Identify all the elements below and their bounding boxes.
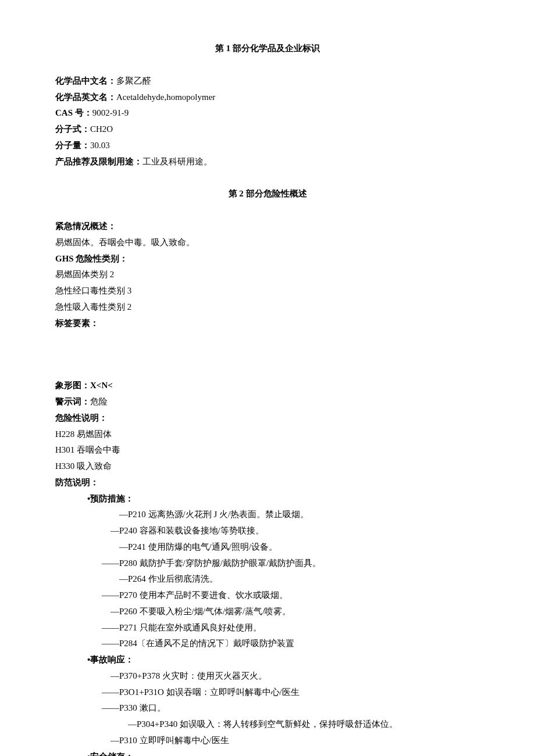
- prevention-text: P240 容器和装载设备接地/等势联接。: [119, 526, 264, 535]
- response-title: •事故响应：: [55, 652, 480, 668]
- dash-icon: —: [110, 526, 119, 535]
- prevention-item: —P240 容器和装载设备接地/等势联接。: [55, 523, 480, 539]
- section-2-title: 第 2 部分危险性概述: [55, 186, 480, 202]
- hazard-item-2: H330 吸入致命: [55, 458, 480, 475]
- response-item: —P370+P378 火灾时：使用灭火器灭火。: [55, 668, 480, 685]
- response-item: —P310 立即呼叫解毒中心/医生: [55, 733, 480, 749]
- value-cas: 9002-91-9: [92, 108, 129, 117]
- prevention-item: ——P280 戴防护手套/穿防护服/戴防护眼罩/戴防护面具。: [55, 556, 480, 572]
- dash-icon: —: [110, 607, 119, 616]
- value-use: 工业及科研用途。: [142, 157, 212, 166]
- response-item: ——P3O1+P31O 如误吞咽：立即呼叫解毒中心/医生: [55, 685, 480, 701]
- signal-label: 警示词：: [55, 397, 90, 406]
- ghs-label: GHS 危险性类别：: [55, 251, 480, 267]
- section-1-title: 第 1 部分化学品及企业标识: [55, 41, 480, 57]
- dash-icon: ——: [102, 687, 119, 697]
- dash-icon: —: [119, 542, 128, 551]
- dash-icon: ——: [102, 623, 119, 632]
- field-use: 产品推荐及限制用途：工业及科研用途。: [55, 154, 480, 170]
- field-formula: 分子式：CH2O: [55, 121, 480, 138]
- hazard-item-1: H301 吞咽会中毒: [55, 442, 480, 458]
- field-name-en: 化学品英文名：Acetaldehyde,homopolymer: [55, 89, 480, 106]
- response-text: P310 立即呼叫解毒中心/医生: [119, 736, 229, 745]
- emergency-text: 易燃固体。吞咽会中毒。吸入致命。: [55, 235, 480, 251]
- response-text: P330 漱口。: [119, 703, 166, 712]
- prevention-item: —P241 使用防爆的电气/通风/照明/设备。: [55, 539, 480, 556]
- prevention-text: P271 只能在室外或通风良好处使用。: [119, 623, 262, 632]
- response-item: ——P330 漱口。: [55, 700, 480, 716]
- response-text: P370+P378 火灾时：使用灭火器灭火。: [119, 671, 267, 680]
- prevention-item: —P260 不要吸入粉尘/烟/气体/烟雾/蒸气/喷雾。: [55, 604, 480, 620]
- prevention-text: P280 戴防护手套/穿防护服/戴防护眼罩/戴防护面具。: [119, 558, 321, 568]
- prevention-text: P270 使用本产品时不要进食、饮水或吸烟。: [119, 590, 288, 600]
- dash-icon: ——: [102, 558, 119, 568]
- signal-value: 危险: [90, 397, 108, 406]
- hazard-label: 危险性说明：: [55, 410, 480, 427]
- dash-icon: ——: [102, 639, 119, 648]
- label-elements: 标签要素：: [55, 316, 480, 332]
- prevention-list: —P210 远离热源/火花刑 J 火/热表面。禁止吸烟。—P240 容器和装载设…: [55, 507, 480, 652]
- storage-title: •安全储存：: [55, 749, 480, 757]
- pictogram-value: X<N<: [90, 381, 113, 390]
- prevention-item: ——P270 使用本产品时不要进食、饮水或吸烟。: [55, 587, 480, 604]
- dash-icon: —: [119, 574, 128, 583]
- response-text: P3O1+P31O 如误吞咽：立即呼叫解毒中心/医生: [119, 687, 299, 697]
- prevention-text: P241 使用防爆的电气/通风/照明/设备。: [128, 542, 277, 551]
- prevention-title: •预防措施：: [55, 491, 480, 507]
- prevention-item: —P264 作业后彻底清洗。: [55, 571, 480, 587]
- field-cas: CAS 号：9002-91-9: [55, 105, 480, 121]
- ghs-item-2: 急性吸入毒性类别 2: [55, 299, 480, 316]
- dash-icon: ——: [102, 703, 119, 712]
- prevention-text: P284〔在通风不足的情况下〕戴呼吸防护装置: [119, 639, 294, 648]
- response-item: —P304+P340 如误吸入：将人转移到空气新鲜处，保持呼吸舒适体位。: [55, 716, 480, 733]
- pictogram-label: 象形图：: [55, 381, 90, 390]
- ghs-item-1: 急性经口毒性类别 3: [55, 283, 480, 299]
- dash-icon: ——: [102, 590, 119, 600]
- label-cas: CAS 号：: [55, 108, 92, 117]
- label-name-en: 化学品英文名：: [55, 92, 116, 102]
- field-name-cn: 化学品中文名：多聚乙醛: [55, 73, 480, 89]
- prevention-item: —P210 远离热源/火花刑 J 火/热表面。禁止吸烟。: [55, 507, 480, 523]
- ghs-item-0: 易燃固体类别 2: [55, 267, 480, 283]
- dash-icon: —: [128, 719, 137, 729]
- prevention-item: ——P284〔在通风不足的情况下〕戴呼吸防护装置: [55, 636, 480, 652]
- emergency-label: 紧急情况概述：: [55, 218, 480, 235]
- response-text: P304+P340 如误吸入：将人转移到空气新鲜处，保持呼吸舒适体位。: [137, 719, 398, 729]
- field-mw: 分子量：30.03: [55, 138, 480, 154]
- prevention-item: ——P271 只能在室外或通风良好处使用。: [55, 620, 480, 636]
- value-formula: CH2O: [90, 124, 113, 134]
- label-use: 产品推荐及限制用途：: [55, 157, 142, 166]
- label-name-cn: 化学品中文名：: [55, 76, 116, 85]
- prevention-text: P260 不要吸入粉尘/烟/气体/烟雾/蒸气/喷雾。: [119, 607, 291, 616]
- hazard-item-0: H228 易燃固体: [55, 427, 480, 443]
- signal-row: 警示词：危险: [55, 394, 480, 410]
- precaution-label: 防范说明：: [55, 475, 480, 491]
- prevention-text: P264 作业后彻底清洗。: [128, 574, 218, 583]
- label-formula: 分子式：: [55, 124, 90, 134]
- dash-icon: —: [110, 736, 119, 745]
- value-mw: 30.03: [90, 141, 110, 150]
- value-name-en: Acetaldehyde,homopolymer: [116, 92, 215, 102]
- response-list: —P370+P378 火灾时：使用灭火器灭火。——P3O1+P31O 如误吞咽：…: [55, 668, 480, 749]
- prevention-text: P210 远离热源/火花刑 J 火/热表面。禁止吸烟。: [128, 510, 309, 519]
- pictogram-row: 象形图：X<N<: [55, 378, 480, 394]
- value-name-cn: 多聚乙醛: [116, 76, 151, 85]
- pictogram-placeholder: [55, 331, 480, 378]
- dash-icon: —: [119, 510, 128, 519]
- dash-icon: —: [110, 671, 119, 680]
- label-mw: 分子量：: [55, 141, 90, 150]
